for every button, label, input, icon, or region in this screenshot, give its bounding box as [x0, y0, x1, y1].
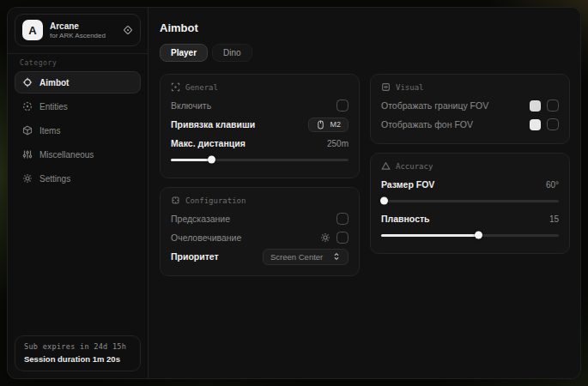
app-logo: A [22, 20, 43, 40]
enable-row: Включить [171, 96, 349, 115]
slider-thumb[interactable] [380, 197, 388, 205]
frame-eye-icon [381, 82, 391, 92]
priority-value: Screen Center [270, 252, 323, 262]
triangle-icon [381, 161, 391, 171]
fov-bg-color-swatch[interactable] [530, 119, 541, 130]
fov-border-color-swatch[interactable] [530, 100, 541, 112]
divider [8, 53, 148, 54]
fov-size-slider[interactable] [381, 196, 559, 205]
right-column: Visual Отображать границу FOV Отображать… [370, 74, 570, 254]
visual-card: Visual Отображать границу FOV Отображать… [370, 74, 570, 144]
humanize-label: Очеловечивание [171, 232, 241, 243]
max-distance-row: Макс. дистанция 250m [171, 134, 349, 153]
sidebar-item-label: Settings [39, 174, 70, 184]
keybind-button[interactable]: M2 [308, 118, 349, 132]
enable-checkbox[interactable] [336, 100, 349, 112]
sidebar-item-entities[interactable]: Entities [15, 95, 141, 118]
general-card: General Включить Привязка клавиши [160, 74, 360, 178]
sidebar-nav: Aimbot Entities Items [8, 71, 148, 190]
smoothness-value: 15 [549, 214, 559, 224]
main-panel: Aimbot Player Dino General [149, 8, 580, 378]
smoothness-slider[interactable] [381, 231, 559, 239]
target-icon [123, 25, 133, 35]
sidebar-item-aimbot[interactable]: Aimbot [15, 71, 141, 93]
slider-thumb[interactable] [475, 232, 482, 239]
page-title: Aimbot [160, 21, 570, 34]
component-icon [171, 196, 180, 205]
tab-player[interactable]: Player [160, 44, 208, 62]
priority-select[interactable]: Screen Center [263, 249, 349, 265]
enable-label: Включить [171, 100, 211, 111]
smoothness-label: Плавность [381, 214, 430, 224]
crosshair-icon [22, 77, 33, 87]
max-distance-value: 250m [327, 139, 349, 148]
card-header-general: General [185, 83, 218, 92]
sidebar-item-label: Items [39, 126, 60, 136]
fov-bg-checkbox[interactable] [547, 118, 559, 130]
fov-border-row: Отображать границу FOV [381, 96, 559, 115]
priority-label: Приоритет [171, 251, 219, 262]
sidebar-item-items[interactable]: Items [15, 119, 141, 142]
mouse-icon [316, 120, 325, 130]
sidebar-item-miscellaneous[interactable]: Miscellaneous [15, 143, 141, 166]
keybind-value: M2 [330, 120, 341, 129]
session-duration-text: Session duration 1m 20s [24, 354, 131, 364]
fov-bg-label: Отображать фон FOV [381, 119, 473, 130]
humanize-row: Очеловечивание [171, 228, 349, 247]
card-header-configuration: Configuration [185, 196, 246, 205]
slider-thumb[interactable] [208, 156, 215, 164]
category-label: Category [20, 59, 136, 67]
configuration-card: Configuration Предсказание Очеловечивани… [160, 187, 360, 276]
fov-bg-row: Отображать фон FOV [381, 115, 559, 134]
sub-expires-text: Sub expires in 24d 15h [24, 342, 131, 351]
prediction-label: Предсказание [171, 214, 230, 224]
focus-icon [171, 82, 180, 92]
app-subtitle: for ARK Ascended [50, 32, 116, 39]
sidebar-item-settings[interactable]: Settings [15, 167, 141, 190]
smoothness-row: Плавность 15 [381, 209, 559, 228]
priority-row: Приоритет Screen Center [171, 247, 349, 266]
max-distance-label: Макс. дистанция [171, 138, 246, 148]
sliders-icon [22, 149, 33, 160]
sidebar-item-label: Miscellaneous [39, 150, 94, 160]
chevrons-up-down-icon [332, 252, 341, 261]
sidebar: A Arcane for ARK Ascended Category Aim [8, 8, 149, 378]
fov-border-label: Отображать границу FOV [381, 100, 488, 111]
tab-bar: Player Dino [160, 44, 570, 62]
package-icon [22, 125, 33, 136]
gear-icon [22, 173, 33, 184]
fov-border-checkbox[interactable] [547, 100, 559, 112]
max-distance-slider[interactable] [171, 155, 349, 164]
accuracy-card: Accuracy Размер FOV 60° П [370, 153, 570, 254]
app-window: A Arcane for ARK Ascended Category Aim [7, 7, 581, 379]
prediction-checkbox[interactable] [336, 213, 349, 225]
app-title: Arcane [50, 21, 116, 31]
brand-card: A Arcane for ARK Ascended [15, 14, 141, 46]
keybind-label: Привязка клавиши [171, 119, 255, 130]
card-header-visual: Visual [396, 83, 424, 92]
humanize-checkbox[interactable] [336, 232, 349, 244]
session-info-card: Sub expires in 24d 15h Session duration … [15, 335, 141, 371]
fov-size-label: Размер FOV [381, 179, 434, 190]
keybind-row: Привязка клавиши M2 [171, 115, 349, 134]
left-column: General Включить Привязка клавиши [160, 74, 360, 276]
sidebar-item-label: Aimbot [39, 78, 69, 87]
sidebar-item-label: Entities [39, 102, 68, 112]
tab-dino[interactable]: Dino [212, 44, 252, 62]
humanize-gear-icon[interactable] [320, 232, 330, 243]
prediction-row: Предсказание [171, 209, 349, 228]
entities-icon [22, 101, 33, 112]
fov-size-value: 60° [546, 180, 559, 190]
card-header-accuracy: Accuracy [396, 162, 433, 171]
fov-size-row: Размер FOV 60° [381, 175, 559, 194]
